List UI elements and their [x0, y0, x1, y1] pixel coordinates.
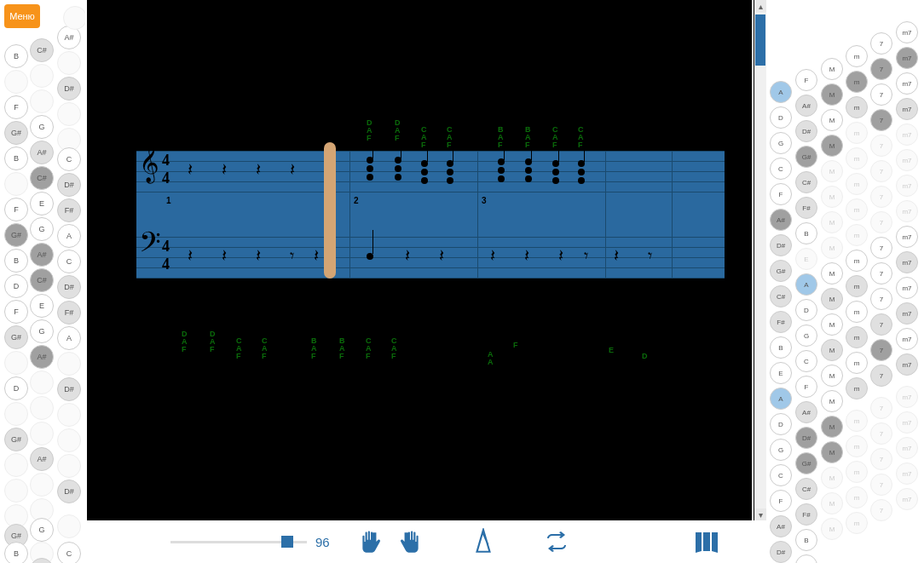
scroll-up-icon[interactable]: ▴ — [754, 0, 766, 12]
left-key[interactable]: G# — [4, 428, 28, 451]
right-key[interactable]: m — [846, 45, 868, 67]
right-key[interactable]: m — [846, 410, 868, 432]
left-key[interactable] — [4, 351, 28, 375]
right-key[interactable]: D# — [770, 234, 792, 256]
left-key[interactable] — [57, 428, 81, 452]
right-key[interactable]: 7 — [870, 58, 892, 80]
right-key[interactable]: 7 — [870, 365, 892, 387]
right-key[interactable]: 7 — [870, 186, 892, 208]
right-key[interactable]: 7 — [870, 32, 892, 55]
right-key[interactable]: F# — [770, 311, 792, 333]
right-key[interactable]: m7 — [896, 302, 918, 325]
view-mode-icon[interactable] — [691, 526, 722, 557]
left-key[interactable]: C — [57, 542, 81, 563]
left-key[interactable]: D# — [57, 173, 81, 197]
right-key[interactable]: M — [821, 416, 843, 438]
right-key[interactable]: m7 — [896, 251, 918, 273]
left-key[interactable] — [57, 454, 81, 478]
right-key[interactable]: 7 — [870, 288, 892, 310]
right-key[interactable]: E — [795, 554, 817, 563]
right-key[interactable]: m7 — [896, 226, 918, 248]
left-key[interactable] — [57, 403, 81, 427]
right-key[interactable]: F# — [795, 197, 817, 219]
right-key[interactable]: 7 — [870, 499, 892, 521]
left-key[interactable]: E — [30, 294, 54, 318]
right-key[interactable]: m7 — [896, 437, 918, 459]
left-key[interactable] — [4, 453, 28, 477]
right-key[interactable]: M — [821, 262, 843, 284]
right-key[interactable]: m7 — [896, 488, 918, 510]
left-key[interactable]: D# — [57, 377, 81, 401]
right-key[interactable]: B — [795, 529, 817, 551]
right-key[interactable]: 7 — [870, 397, 892, 419]
right-key[interactable]: m — [846, 122, 868, 144]
right-key[interactable]: G# — [770, 260, 792, 282]
right-key[interactable]: A# — [795, 95, 817, 117]
right-key[interactable]: m7 — [896, 98, 918, 120]
right-key[interactable]: M — [821, 365, 843, 387]
right-key[interactable]: F — [795, 376, 817, 398]
left-hand-icon[interactable] — [355, 526, 386, 557]
right-key[interactable]: F — [795, 69, 817, 91]
left-key[interactable] — [57, 352, 81, 376]
left-key[interactable]: D# — [57, 480, 81, 503]
left-key[interactable] — [30, 422, 54, 445]
right-key[interactable]: m — [846, 250, 868, 272]
left-key[interactable]: A# — [30, 345, 54, 369]
left-key[interactable]: C# — [30, 268, 54, 292]
right-key[interactable]: m7 — [896, 411, 918, 434]
left-key[interactable] — [30, 396, 54, 420]
left-key[interactable]: D# — [57, 77, 81, 101]
left-key[interactable]: D — [4, 274, 28, 298]
left-key[interactable]: F — [4, 300, 28, 324]
right-key[interactable]: B — [795, 222, 817, 244]
left-key[interactable] — [30, 89, 54, 113]
right-key[interactable]: B — [770, 336, 792, 359]
right-key[interactable]: F — [770, 490, 792, 512]
right-key[interactable]: M — [821, 467, 843, 489]
right-key[interactable]: M — [821, 237, 843, 259]
left-key[interactable]: B — [4, 146, 28, 170]
left-key[interactable]: B — [4, 249, 28, 273]
right-key[interactable]: M — [821, 313, 843, 336]
right-key[interactable]: m — [846, 275, 868, 297]
left-key[interactable] — [4, 172, 28, 196]
right-key[interactable]: 7 — [870, 474, 892, 496]
left-key[interactable]: F# — [57, 301, 81, 325]
right-key[interactable]: m — [846, 147, 868, 169]
left-key[interactable]: C# — [30, 38, 54, 62]
right-key[interactable]: m — [846, 461, 868, 483]
left-key[interactable] — [30, 371, 54, 394]
right-key[interactable]: E — [770, 362, 792, 384]
right-key[interactable]: D# — [795, 120, 817, 142]
right-key[interactable]: F# — [795, 503, 817, 526]
right-key[interactable]: m — [846, 173, 868, 195]
right-key[interactable]: m7 — [896, 47, 918, 69]
left-key[interactable] — [4, 479, 28, 503]
left-key[interactable] — [57, 102, 81, 126]
right-key[interactable]: A — [770, 388, 792, 410]
right-key[interactable]: m — [846, 96, 868, 118]
right-key[interactable]: 7 — [870, 211, 892, 233]
right-key[interactable]: m — [846, 198, 868, 221]
right-key[interactable]: m — [846, 71, 868, 93]
right-key[interactable]: M — [821, 160, 843, 182]
right-key[interactable]: m — [846, 377, 868, 399]
right-key[interactable]: C# — [770, 285, 792, 307]
right-key[interactable]: 7 — [870, 237, 892, 259]
right-key[interactable]: 7 — [870, 83, 892, 106]
right-key[interactable]: M — [821, 492, 843, 514]
right-key[interactable]: G — [795, 325, 817, 347]
right-key[interactable]: m7 — [896, 353, 918, 376]
left-key[interactable]: A# — [30, 447, 54, 471]
menu-button[interactable]: Меню — [4, 4, 40, 28]
right-key[interactable]: A — [795, 273, 817, 296]
metronome-icon[interactable] — [468, 526, 499, 557]
left-key[interactable] — [30, 64, 54, 88]
right-key[interactable]: A# — [770, 515, 792, 537]
left-key[interactable]: A# — [30, 141, 54, 164]
right-key[interactable]: D — [795, 299, 817, 321]
left-key[interactable]: G# — [4, 325, 28, 349]
right-key[interactable]: 7 — [870, 109, 892, 131]
right-key[interactable]: m — [846, 224, 868, 246]
